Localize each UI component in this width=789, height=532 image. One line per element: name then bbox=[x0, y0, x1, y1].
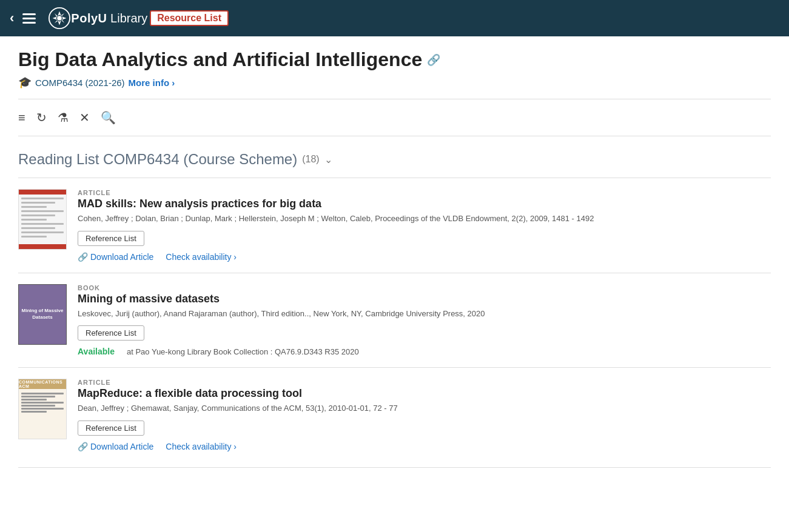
resource-title-2: Mining of massive datasets bbox=[78, 293, 771, 305]
menu-button[interactable] bbox=[22, 13, 39, 24]
filter-icon[interactable]: ⚗ bbox=[58, 110, 69, 125]
graduation-cap-icon: 🎓 bbox=[18, 76, 32, 89]
resource-type-3: ARTICLE bbox=[78, 379, 771, 386]
back-button[interactable]: ‹ bbox=[10, 10, 14, 26]
list-view-icon[interactable]: ≡ bbox=[18, 111, 25, 125]
download-article-link-3[interactable]: 🔗 Download Article bbox=[78, 442, 153, 451]
resource-title-3: MapReduce: a flexible data processing to… bbox=[78, 387, 771, 400]
resource-authors-2: Leskovec, Jurij (author), Anand Rajarama… bbox=[78, 308, 771, 320]
chevron-down-icon[interactable]: ⌄ bbox=[324, 154, 332, 165]
resource-info-2: BOOK Mining of massive datasets Leskovec… bbox=[78, 284, 771, 357]
course-code: COMP6434 (2021-26) bbox=[35, 78, 125, 88]
toolbar: ≡ ↻ ⚗ ✕ 🔍 bbox=[18, 104, 771, 131]
page-title-icon: 🔗 bbox=[427, 53, 440, 67]
thumbnail-book-2: Mining of Massive Datasets bbox=[18, 284, 67, 345]
resource-actions-3: 🔗 Download Article Check availability › bbox=[78, 442, 771, 451]
refresh-icon[interactable]: ↻ bbox=[36, 110, 47, 125]
divider-bottom bbox=[18, 467, 771, 468]
thumbnail-article-3: COMMUNICATIONS ACM bbox=[18, 379, 67, 439]
svg-point-9 bbox=[58, 16, 62, 21]
resource-actions-2: Available at Pao Yue-kong Library Book C… bbox=[78, 347, 771, 356]
link-icon-1: 🔗 bbox=[78, 252, 88, 262]
logo-library-text: Library bbox=[107, 12, 148, 25]
resource-authors-3: Dean, Jeffrey ; Ghemawat, Sanjay, Commun… bbox=[78, 402, 771, 414]
divider-1 bbox=[18, 99, 771, 99]
svg-marker-1 bbox=[58, 12, 61, 16]
resource-info-3: ARTICLE MapReduce: a flexible data proce… bbox=[78, 379, 771, 451]
divider-2 bbox=[18, 136, 771, 136]
svg-marker-4 bbox=[62, 16, 67, 20]
page-title: Big Data Analytics and Artificial Intell… bbox=[18, 48, 771, 71]
resource-type-2: BOOK bbox=[78, 284, 771, 291]
resource-list-badge: Resource List bbox=[150, 10, 229, 26]
svg-marker-3 bbox=[53, 16, 58, 20]
resource-actions-1: 🔗 Download Article Check availability › bbox=[78, 252, 771, 262]
svg-marker-2 bbox=[58, 21, 61, 25]
polyu-logo-icon bbox=[48, 7, 71, 30]
thumbnail-article-1 bbox=[18, 189, 67, 250]
availability-status-2: Available bbox=[78, 347, 115, 356]
pin-icon[interactable]: ✕ bbox=[79, 110, 90, 125]
reference-list-btn-3[interactable]: Reference List bbox=[78, 421, 144, 436]
link-icon-3: 🔗 bbox=[78, 442, 88, 451]
resource-item-1: ARTICLE MAD skills: New analysis practic… bbox=[18, 178, 771, 273]
logo-area: PolyU Library Resource List bbox=[48, 7, 229, 30]
reading-list-header: Reading List COMP6434 (Course Scheme) (1… bbox=[18, 141, 771, 173]
availability-location-2: at Pao Yue-kong Library Book Collection … bbox=[127, 347, 359, 356]
resource-item-2: Mining of Massive Datasets BOOK Mining o… bbox=[18, 273, 771, 368]
resource-info-1: ARTICLE MAD skills: New analysis practic… bbox=[78, 189, 771, 262]
reference-list-btn-2[interactable]: Reference List bbox=[78, 325, 144, 341]
resource-authors-1: Cohen, Jeffrey ; Dolan, Brian ; Dunlap, … bbox=[78, 213, 771, 225]
download-article-link-1[interactable]: 🔗 Download Article bbox=[78, 252, 153, 262]
resource-type-1: ARTICLE bbox=[78, 189, 771, 196]
header: ‹ PolyU Library Resource List bbox=[0, 0, 789, 36]
resource-item-3: COMMUNICATIONS ACM ARTICLE MapReduce: a … bbox=[18, 367, 771, 462]
course-info: 🎓 COMP6434 (2021-26) More info › bbox=[18, 76, 771, 89]
check-availability-link-3[interactable]: Check availability › bbox=[166, 442, 237, 451]
reference-list-btn-1[interactable]: Reference List bbox=[78, 231, 144, 246]
more-info-link[interactable]: More info › bbox=[129, 78, 175, 88]
logo-polyu-text: PolyU bbox=[71, 12, 107, 25]
resource-title-1: MAD skills: New analysis practices for b… bbox=[78, 198, 771, 210]
search-icon[interactable]: 🔍 bbox=[101, 110, 116, 125]
page-content: Big Data Analytics and Artificial Intell… bbox=[0, 36, 789, 485]
check-availability-link-1[interactable]: Check availability › bbox=[166, 252, 237, 262]
reading-list-count: (18) bbox=[302, 154, 319, 165]
reading-list-title: Reading List COMP6434 (Course Scheme) bbox=[18, 151, 297, 168]
